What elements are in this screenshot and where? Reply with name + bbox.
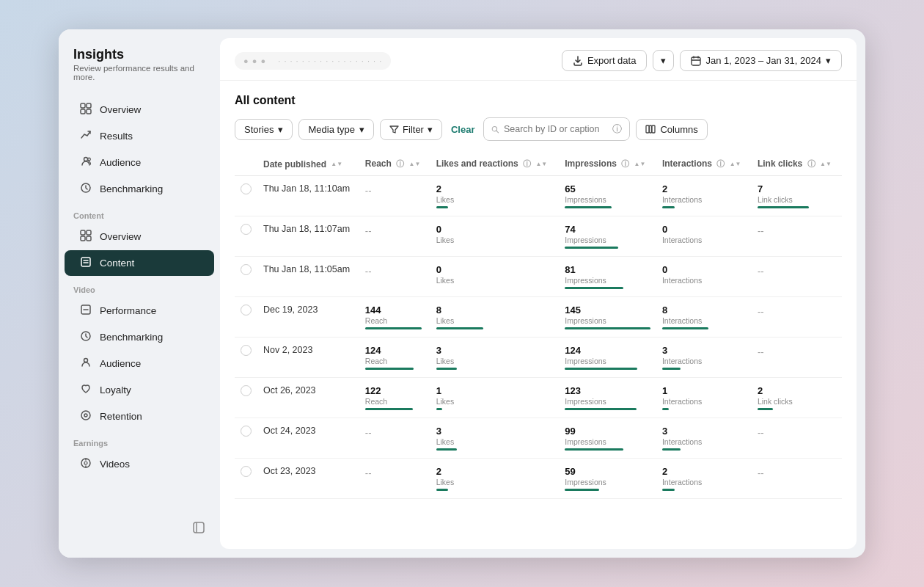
interactions-label: Interactions xyxy=(662,236,746,244)
svg-rect-7 xyxy=(87,230,91,235)
likes-value: 2 xyxy=(436,466,554,477)
likes-label: Likes xyxy=(436,357,554,365)
reach-sort-icons[interactable]: ▲▼ xyxy=(409,161,421,167)
svg-rect-6 xyxy=(81,230,85,235)
date-cell: Oct 23, 2023 xyxy=(257,459,359,499)
link-clicks-cell: -- xyxy=(752,216,842,257)
stories-filter-button[interactable]: Stories ▾ xyxy=(235,119,293,140)
link-clicks-info-icon[interactable]: ⓘ xyxy=(807,159,815,168)
reach-info-icon[interactable]: ⓘ xyxy=(396,159,404,168)
row-checkbox-cell xyxy=(235,378,257,418)
filter-button[interactable]: Filter ▾ xyxy=(380,119,442,140)
row-checkbox[interactable] xyxy=(241,224,252,235)
media-type-label: Media type xyxy=(308,124,355,135)
date-range-button[interactable]: Jan 1, 2023 – Jan 31, 2024 ▾ xyxy=(680,50,842,71)
sidebar-item-audience[interactable]: Audience xyxy=(65,150,214,175)
impressions-sort-icons[interactable]: ▲▼ xyxy=(634,161,646,167)
row-checkbox[interactable] xyxy=(241,264,252,275)
reach-cell: -- xyxy=(359,459,430,499)
impressions-label: Impressions xyxy=(565,236,650,244)
sidebar-item-loyalty[interactable]: Loyalty xyxy=(65,377,214,403)
interactions-info-icon[interactable]: ⓘ xyxy=(716,159,725,168)
impressions-cell: 81 Impressions xyxy=(559,257,656,297)
sidebar-item-overview[interactable]: Overview xyxy=(65,97,214,123)
link-clicks-sort-icons[interactable]: ▲▼ xyxy=(820,161,832,167)
calendar-icon xyxy=(691,56,701,66)
date-sort-icons[interactable]: ▲▼ xyxy=(331,161,342,167)
export-dropdown-button[interactable]: ▾ xyxy=(653,50,674,71)
columns-button[interactable]: Columns xyxy=(636,119,707,140)
sidebar-item-label: Overview xyxy=(100,231,141,242)
impressions-value: 81 xyxy=(565,264,650,275)
interactions-value: 0 xyxy=(662,224,746,235)
interactions-bar xyxy=(662,448,681,451)
likes-bar xyxy=(436,368,458,370)
date-cell: Oct 26, 2023 xyxy=(257,378,359,418)
row-checkbox[interactable] xyxy=(241,426,252,437)
sidebar-item-audience-video[interactable]: Audience xyxy=(65,351,214,376)
sidebar-item-performance[interactable]: Performance xyxy=(65,298,214,324)
date-cell: Thu Jan 18, 11:07am xyxy=(257,216,359,257)
impressions-label: Impressions xyxy=(565,276,650,285)
interactions-sort-icons[interactable]: ▲▼ xyxy=(730,161,741,167)
svg-point-4 xyxy=(84,158,88,161)
svg-rect-8 xyxy=(81,236,85,241)
reach-value: 124 xyxy=(365,345,425,356)
date-dropdown-arrow: ▾ xyxy=(826,55,831,66)
search-input[interactable] xyxy=(504,124,609,134)
interactions-cell: 0 Interactions xyxy=(656,216,752,257)
collapse-icon[interactable] xyxy=(192,521,205,537)
sidebar-item-label: Results xyxy=(100,131,133,142)
likes-value: 8 xyxy=(436,305,554,316)
reach-dash: -- xyxy=(365,185,372,196)
filter-toolbar: Stories ▾ Media type ▾ Filter ▾ Clear ⓘ xyxy=(235,117,842,141)
interactions-bar xyxy=(662,489,675,491)
impressions-bar xyxy=(565,206,612,208)
media-type-filter-button[interactable]: Media type ▾ xyxy=(298,119,374,140)
svg-rect-29 xyxy=(646,125,649,133)
sidebar-item-videos[interactable]: Videos xyxy=(65,451,214,477)
row-checkbox[interactable] xyxy=(241,305,252,316)
reach-cell: 122 Reach xyxy=(359,378,430,418)
th-checkbox xyxy=(235,153,257,176)
interactions-bar xyxy=(662,408,669,410)
impressions-label: Impressions xyxy=(565,195,650,204)
svg-rect-30 xyxy=(650,125,652,133)
row-checkbox[interactable] xyxy=(241,183,252,194)
sidebar-item-benchmarking-video[interactable]: Benchmarking xyxy=(65,324,214,350)
sidebar-item-label: Benchmarking xyxy=(100,183,163,194)
row-checkbox[interactable] xyxy=(241,345,252,356)
sidebar-item-content-overview[interactable]: Overview xyxy=(65,224,214,249)
impressions-info-icon[interactable]: ⓘ xyxy=(621,159,629,168)
impressions-value: 123 xyxy=(565,385,650,396)
likes-bar xyxy=(436,408,442,410)
link-clicks-cell: -- xyxy=(752,459,842,499)
link-clicks-cell: -- xyxy=(752,257,842,297)
search-icon xyxy=(491,125,499,134)
sidebar-item-retention[interactable]: Retention xyxy=(65,404,214,429)
svg-point-17 xyxy=(84,414,87,417)
sidebar-item-results[interactable]: Results xyxy=(65,123,214,149)
clear-button[interactable]: Clear xyxy=(448,124,478,135)
table-row: Thu Jan 18, 11:07am-- 0 Likes 74 Impress… xyxy=(235,216,842,257)
search-box[interactable]: ⓘ xyxy=(483,117,630,141)
table-row: Dec 19, 2023 144 Reach 8 Likes 145 Impre… xyxy=(235,297,842,338)
overview-icon xyxy=(79,103,92,117)
interactions-value: 3 xyxy=(662,426,746,437)
search-info-button[interactable]: ⓘ xyxy=(612,123,622,136)
row-checkbox[interactable] xyxy=(241,466,252,477)
likes-value: 1 xyxy=(436,385,554,396)
likes-cell: 2 Likes xyxy=(430,176,560,216)
sidebar-item-content[interactable]: Content xyxy=(65,250,214,276)
results-icon xyxy=(79,129,92,143)
impressions-cell: 99 Impressions xyxy=(559,418,656,459)
likes-label: Likes xyxy=(436,478,554,486)
reach-cell: -- xyxy=(359,216,430,257)
sidebar-item-benchmarking[interactable]: Benchmarking xyxy=(65,176,214,202)
performance-icon xyxy=(79,304,92,318)
row-checkbox[interactable] xyxy=(241,385,252,396)
filter-label: Filter xyxy=(403,124,424,135)
likes-sort-icons[interactable]: ▲▼ xyxy=(535,161,547,167)
likes-info-icon[interactable]: ⓘ xyxy=(523,159,531,168)
export-button[interactable]: Export data xyxy=(562,50,648,71)
